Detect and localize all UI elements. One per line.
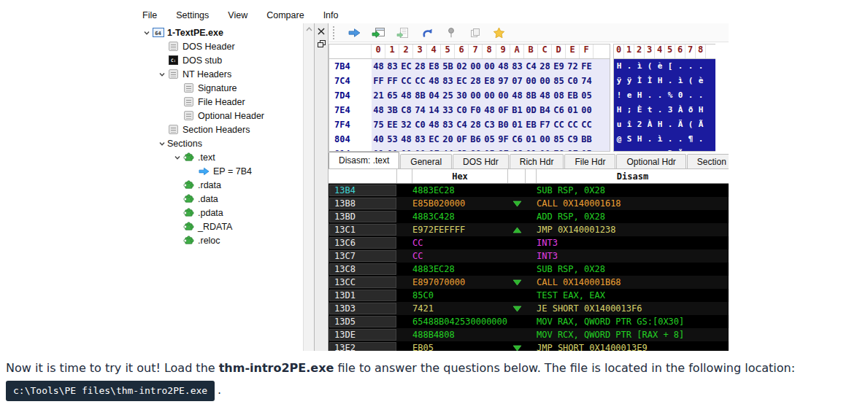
ascii-char[interactable]: Ä bbox=[675, 117, 685, 132]
hex-byte[interactable]: 00 bbox=[538, 147, 552, 152]
ascii-char[interactable]: ¶ bbox=[685, 132, 696, 147]
ascii-char[interactable]: @ bbox=[614, 132, 624, 147]
tree-item-nt-headers[interactable]: NT Headers bbox=[132, 67, 314, 81]
ascii-char[interactable]: À bbox=[645, 117, 655, 132]
hex-byte[interactable]: 05 bbox=[580, 147, 594, 152]
ascii-char[interactable]: . bbox=[655, 147, 665, 152]
hex-byte[interactable]: 74 bbox=[413, 103, 427, 117]
ascii-char[interactable]: H bbox=[655, 117, 665, 132]
ascii-char[interactable]: . bbox=[655, 88, 665, 103]
hex-byte[interactable]: E9 bbox=[552, 59, 566, 74]
hex-byte[interactable]: 5B bbox=[441, 59, 455, 74]
hex-byte[interactable]: FE bbox=[580, 59, 594, 74]
disasm-row[interactable]: 13C1E972FEFFFFJMP 0X140001238 bbox=[329, 223, 729, 236]
hex-byte[interactable]: E8 bbox=[552, 147, 566, 152]
hex-byte[interactable]: 74 bbox=[580, 74, 594, 88]
tab-dos-hdr[interactable]: DOS Hdr bbox=[453, 154, 509, 168]
tree-item-rdata[interactable]: .rdata bbox=[132, 178, 314, 192]
chevron-down-icon[interactable] bbox=[156, 140, 167, 147]
undo-icon[interactable] bbox=[420, 26, 434, 39]
disasm-row[interactable]: 13C6CCINT3 bbox=[329, 236, 729, 249]
hex-byte[interactable]: 33 bbox=[441, 103, 455, 117]
hex-byte[interactable]: C4 bbox=[524, 59, 538, 74]
hex-byte[interactable]: 48 bbox=[399, 132, 413, 147]
hex-byte[interactable]: F0 bbox=[469, 103, 483, 117]
menu-file[interactable]: File bbox=[142, 10, 157, 20]
hex-byte[interactable]: EC bbox=[455, 74, 469, 88]
hex-byte[interactable]: C6 bbox=[552, 103, 566, 117]
hex-byte[interactable]: 01 bbox=[524, 147, 538, 152]
ascii-char[interactable]: . bbox=[675, 132, 685, 147]
tab-disasm-text[interactable]: Disasm: .text bbox=[329, 152, 399, 169]
hex-byte[interactable]: 0D bbox=[524, 103, 538, 117]
hex-byte[interactable]: 28 bbox=[538, 59, 552, 74]
favorite-star-icon[interactable] bbox=[492, 26, 506, 39]
ascii-char[interactable]: 3 bbox=[665, 103, 675, 117]
ascii-char[interactable]: . bbox=[685, 88, 696, 103]
tree-item-1-textpe-exe[interactable]: 641-TextPE.exe bbox=[132, 26, 314, 39]
ascii-char[interactable]: ÿ bbox=[614, 74, 624, 88]
hex-byte[interactable]: 14 bbox=[427, 103, 441, 117]
hex-byte[interactable]: 48 bbox=[372, 59, 385, 74]
tree-item-ep-7b4[interactable]: EP = 7B4 bbox=[132, 164, 314, 178]
ascii-char[interactable]: À bbox=[675, 103, 685, 117]
ascii-char[interactable]: . bbox=[696, 132, 706, 147]
chevron-down-icon[interactable] bbox=[172, 154, 183, 161]
ascii-char[interactable]: S bbox=[624, 132, 634, 147]
ascii-char[interactable]: . bbox=[614, 147, 624, 152]
hex-byte[interactable]: 48 bbox=[427, 74, 441, 88]
tree-item-signature[interactable]: Signature bbox=[132, 81, 314, 95]
hex-byte[interactable]: 9F bbox=[566, 147, 580, 152]
scroll-up-icon[interactable] bbox=[304, 23, 314, 35]
ascii-char[interactable]: Ã bbox=[696, 117, 706, 132]
ascii-char[interactable]: H bbox=[614, 59, 624, 74]
hex-byte[interactable]: 0F bbox=[496, 103, 510, 117]
ascii-char[interactable]: ì bbox=[675, 74, 685, 88]
hex-byte[interactable]: 48 bbox=[510, 88, 524, 103]
hex-byte[interactable]: 9F bbox=[496, 132, 510, 147]
ascii-char[interactable]: È bbox=[634, 103, 645, 117]
hex-byte[interactable]: 20 bbox=[441, 132, 455, 147]
tree-item-dos-stub[interactable]: C:DOS stub bbox=[132, 53, 314, 67]
hex-byte[interactable]: 48 bbox=[427, 117, 441, 132]
hex-byte[interactable]: C3 bbox=[455, 147, 469, 152]
hex-byte[interactable]: B6 bbox=[469, 132, 483, 147]
hex-byte[interactable]: 01 bbox=[566, 103, 580, 117]
hex-byte[interactable]: C9 bbox=[566, 132, 580, 147]
hex-byte[interactable]: 00 bbox=[524, 74, 538, 88]
hex-byte[interactable]: 72 bbox=[566, 59, 580, 74]
hex-byte[interactable]: 83 bbox=[441, 74, 455, 88]
hex-byte[interactable]: 88 bbox=[469, 147, 483, 152]
export-file-icon[interactable] bbox=[396, 26, 410, 39]
ascii-char[interactable]: . bbox=[675, 59, 685, 74]
hex-byte[interactable]: 28 bbox=[469, 74, 483, 88]
hex-byte[interactable]: 0F bbox=[455, 132, 469, 147]
disasm-row[interactable]: 13D185C0TEST EAX, EAX bbox=[329, 289, 729, 302]
hex-byte[interactable]: 00 bbox=[580, 103, 594, 117]
tree-item-dos-header[interactable]: DOS Header bbox=[132, 39, 314, 53]
ascii-char[interactable]: % bbox=[665, 88, 675, 103]
hex-byte[interactable]: 48 bbox=[399, 88, 413, 103]
hex-byte[interactable]: 97 bbox=[496, 74, 510, 88]
hex-byte[interactable]: 48 bbox=[496, 59, 510, 74]
tree-item-pdata[interactable]: .pdata bbox=[132, 206, 314, 220]
ascii-char[interactable]: . bbox=[645, 132, 655, 147]
menu-settings[interactable]: Settings bbox=[176, 10, 209, 20]
hex-byte[interactable]: B1 bbox=[510, 103, 524, 117]
hex-byte[interactable]: 00 bbox=[538, 74, 552, 88]
hex-byte[interactable]: 05 bbox=[580, 88, 594, 103]
hex-byte[interactable]: 40 bbox=[372, 132, 385, 147]
ascii-char[interactable]: . bbox=[665, 74, 675, 88]
ascii-char[interactable]: î bbox=[624, 117, 634, 132]
ascii-char[interactable]: ì bbox=[634, 59, 645, 74]
ascii-char[interactable]: 2 bbox=[634, 117, 645, 132]
hex-byte[interactable]: 04 bbox=[427, 88, 441, 103]
hex-byte[interactable]: 25 bbox=[441, 88, 455, 103]
tab-rich-hdr[interactable]: Rich Hdr bbox=[510, 154, 564, 168]
hex-byte[interactable]: 85 bbox=[552, 132, 566, 147]
hex-byte[interactable]: C0 bbox=[455, 103, 469, 117]
hex-byte[interactable]: 75 bbox=[372, 117, 385, 132]
tab-section-hdr[interactable]: Section Hdr bbox=[687, 154, 729, 168]
ascii-char[interactable]: . bbox=[685, 59, 696, 74]
ascii-char[interactable]: t bbox=[645, 103, 655, 117]
